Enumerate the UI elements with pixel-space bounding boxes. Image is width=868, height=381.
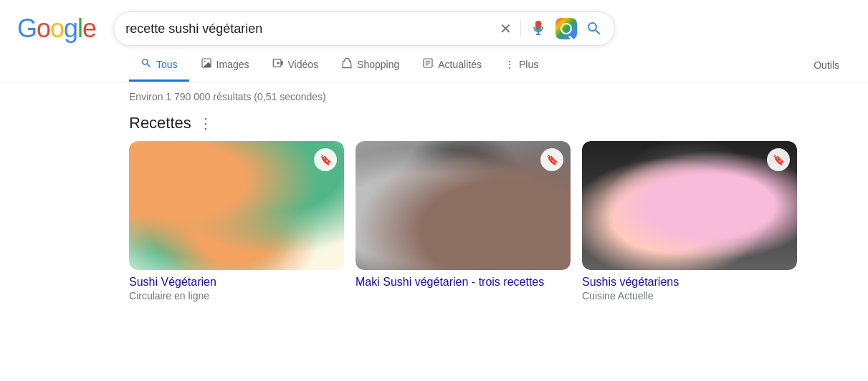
recipe-image-1 <box>129 141 344 270</box>
tab-plus-label: Plus <box>519 59 538 70</box>
bookmark-button-2[interactable]: 🔖 <box>540 148 563 171</box>
clear-icon[interactable]: ✕ <box>500 20 512 37</box>
section-more-icon[interactable]: ⋮ <box>199 115 213 132</box>
recipe-image-2 <box>356 141 571 270</box>
results-count: Environ 1 790 000 résultats (0,51 second… <box>129 91 326 102</box>
logo-l: l <box>77 14 82 44</box>
svg-point-1 <box>204 61 205 62</box>
recipe-img-wrapper-1: 🔖 <box>129 141 344 270</box>
lens-icon-inner <box>561 23 572 34</box>
header: Google ✕ <box>0 0 868 46</box>
google-logo: Google <box>17 14 96 44</box>
recipe-img-wrapper-2: 🔖 <box>356 141 571 270</box>
recipe-card-3[interactable]: 🔖 Sushis végétariens Cuisine Actuelle <box>582 141 797 302</box>
tab-images-label: Images <box>216 59 249 70</box>
nav-tabs: Tous Images Vidéos Shopping Actualités ⋮… <box>0 49 868 82</box>
recipe-title-3: Sushis végétariens <box>582 276 797 289</box>
search-input[interactable] <box>125 21 494 37</box>
tab-tous[interactable]: Tous <box>129 49 189 82</box>
tab-images[interactable]: Images <box>189 49 261 82</box>
recipe-card-2[interactable]: 🔖 Maki Sushi végétarien - trois recettes <box>356 141 571 302</box>
search-button[interactable] <box>586 20 603 37</box>
tab-shopping-label: Shopping <box>357 59 399 70</box>
actualites-icon <box>422 57 434 71</box>
tab-plus[interactable]: ⋮ Plus <box>493 50 550 81</box>
bookmark-button-1[interactable]: 🔖 <box>314 148 337 171</box>
results-info: Environ 1 790 000 résultats (0,51 second… <box>0 82 868 108</box>
tab-actualites-label: Actualités <box>438 59 482 70</box>
svg-marker-3 <box>277 62 280 64</box>
outils-button[interactable]: Outils <box>802 51 851 79</box>
bookmark-icon-3: 🔖 <box>773 154 785 165</box>
tab-actualites[interactable]: Actualités <box>411 49 493 82</box>
recipe-image-3 <box>582 141 797 270</box>
videos-icon <box>272 57 284 71</box>
tab-videos-label: Vidéos <box>288 59 319 70</box>
microphone-icon[interactable] <box>530 20 547 37</box>
tab-tous-label: Tous <box>156 59 178 70</box>
logo-o1: o <box>37 14 50 44</box>
logo-g: G <box>17 14 37 44</box>
logo-e: e <box>82 14 96 44</box>
recipe-img-wrapper-3: 🔖 <box>582 141 797 270</box>
bookmark-icon-1: 🔖 <box>320 154 332 165</box>
tab-shopping[interactable]: Shopping <box>330 49 411 82</box>
search-icons: ✕ <box>500 18 603 39</box>
images-icon <box>201 57 212 71</box>
tous-icon <box>140 57 152 71</box>
tab-videos[interactable]: Vidéos <box>261 49 330 82</box>
outils-label: Outils <box>814 59 839 71</box>
search-bar: ✕ <box>113 11 615 46</box>
search-divider <box>520 20 521 37</box>
bookmark-icon-2: 🔖 <box>546 154 558 165</box>
logo-g2: g <box>64 14 77 44</box>
bookmark-button-3[interactable]: 🔖 <box>767 148 790 171</box>
recipe-card-1[interactable]: 🔖 Sushi Végétarien Circulaire en ligne <box>129 141 344 302</box>
recipe-source-1: Circulaire en ligne <box>129 290 344 302</box>
recipe-title-2: Maki Sushi végétarien - trois recettes <box>356 276 571 289</box>
section-header: Recettes ⋮ <box>0 108 868 141</box>
recipe-cards: 🔖 Sushi Végétarien Circulaire en ligne 🔖… <box>0 141 868 302</box>
logo-o2: o <box>50 14 64 44</box>
shopping-icon <box>341 57 353 71</box>
lens-icon[interactable] <box>555 18 577 39</box>
section-title: Recettes <box>129 114 191 132</box>
recipe-source-3: Cuisine Actuelle <box>582 290 797 302</box>
plus-dots-icon: ⋮ <box>505 59 515 70</box>
recipe-title-1: Sushi Végétarien <box>129 276 344 289</box>
